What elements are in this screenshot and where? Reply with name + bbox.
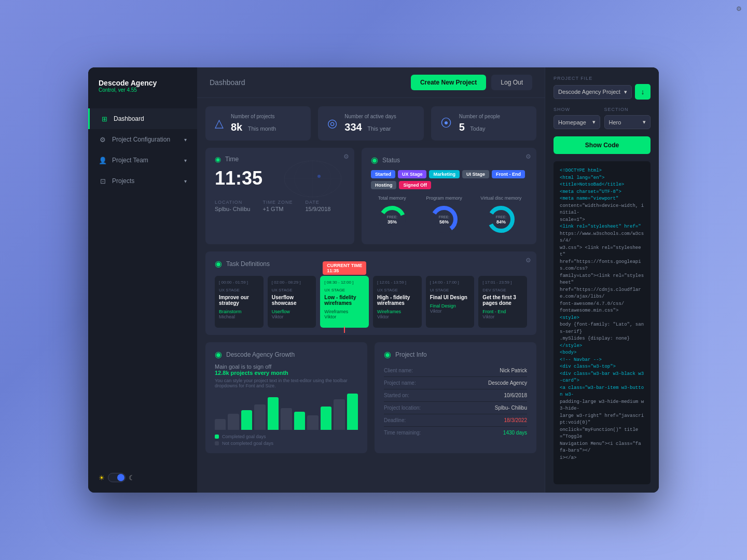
tag-ui-stage[interactable]: UI Stage: [462, 170, 489, 178]
info-row: Client name:Nick Patrick: [384, 365, 527, 377]
legend-dot-completed: [215, 435, 219, 439]
donut-program: FREE: 56%: [428, 204, 460, 235]
stat-card-days: ◎ Number of active days 334 This year: [318, 106, 423, 141]
logout-button[interactable]: Log Out: [491, 75, 532, 90]
info-row: Started on:10/6/2018: [384, 389, 527, 402]
sidebar-item-project-config[interactable]: ⚙ Project Configuration ▾: [88, 129, 197, 150]
app-subtitle: Control, ver 4.55: [99, 87, 187, 93]
task-item-0: [ 00:00 - 01:59 ] UX STAGE Improve our s…: [215, 276, 264, 328]
dropdown-chevron-icon: ▾: [624, 89, 627, 95]
theme-toggle[interactable]: ☀ ☾: [99, 473, 135, 482]
svg-text:FREE:: FREE:: [386, 215, 397, 219]
chart-bar: [241, 410, 252, 430]
sidebar-nav: ⊞ Dashboard ⚙ Project Configuration ▾ 👤 …: [88, 108, 197, 463]
task-item-2-active: CURRENT TIME11:35 [ 08:30 - 12:00 ] UX S…: [320, 276, 369, 328]
theme-toggle-track[interactable]: [108, 473, 126, 482]
chart-legend: Completed goal days Not completed goal d…: [215, 434, 358, 446]
project-info-card: ⚙ ◉ Project Info Client name:Nick Patric…: [375, 342, 536, 453]
task-item-3: [ 12:01 - 13:59 ] UX STAGE High - fideli…: [373, 276, 422, 328]
tag-frontend[interactable]: Front - End: [492, 170, 525, 178]
project-file-label: PROJECT FILE: [554, 76, 651, 81]
time-gear-icon[interactable]: ⚙: [343, 153, 349, 160]
sidebar-label-dashboard: Dashboard: [114, 115, 144, 122]
sidebar-label-config: Project Configuration: [112, 136, 170, 143]
dashboard-icon: ⊞: [100, 115, 108, 123]
tag-signed-off[interactable]: Signed Off: [399, 181, 431, 189]
growth-card: ⚙ ◉ Descode Agency Growth Main goal is t…: [205, 342, 367, 453]
project-file-dropdown[interactable]: Descode Agency Project ▾: [554, 85, 632, 99]
growth-subtitle: Main goal is to sign off 12.8k projects …: [215, 363, 358, 376]
stat-people-label: Number of people: [459, 114, 501, 119]
growth-desc: You can style your project text in the t…: [215, 378, 358, 388]
info-row: Deadline:18/3/2022: [384, 414, 527, 427]
moon-icon: ☾: [129, 474, 135, 482]
chevron-config-icon: ▾: [184, 137, 187, 143]
chart-bar: [281, 408, 292, 430]
show-dropdown[interactable]: Homepage ▾: [554, 115, 600, 129]
show-code-button[interactable]: Show Code: [554, 136, 651, 154]
bottom-row: ⚙ ◉ Descode Agency Growth Main goal is t…: [205, 342, 536, 453]
stat-days-icon: ◎: [327, 117, 337, 130]
task-gear-icon[interactable]: ⚙: [525, 257, 531, 264]
info-row: Time remaining:1430 days: [384, 427, 527, 439]
svg-text:FREE:: FREE:: [495, 215, 506, 219]
tag-started[interactable]: Started: [371, 170, 395, 178]
section-dropdown[interactable]: Hero ▾: [604, 115, 651, 129]
create-project-button[interactable]: Create New Project: [411, 75, 486, 90]
task-card: ⚙ ◉ Task Definitions [ 00:00 - 01:59 ] U…: [205, 251, 536, 335]
stats-row: △ Number of projects 8k This month ◎ Num…: [205, 106, 536, 141]
stat-card-people: ⦿ Number of people 5 Today: [431, 106, 536, 141]
task-item-4: [ 14:00 - 17:00 ] UI STAGE Final UI Desi…: [426, 276, 475, 328]
project-file-section: PROJECT FILE Descode Agency Project ▾ ↓: [554, 76, 651, 100]
stat-projects-period: This month: [248, 125, 276, 132]
sidebar-bottom: ☀ ☾: [88, 463, 197, 493]
tag-ux-stage[interactable]: UX Stage: [398, 170, 427, 178]
svg-text:FREE:: FREE:: [439, 215, 450, 219]
timezone-value: +1 GTM: [262, 206, 293, 212]
location-value: Splbu- Chilibu: [215, 206, 250, 212]
header-actions: Create New Project Log Out: [411, 75, 532, 90]
memory-program: Program memory FREE: 56%: [426, 195, 462, 237]
show-chevron-icon: ▾: [592, 119, 596, 125]
bar-chart: [215, 394, 358, 430]
location-label: LOCATION: [215, 200, 250, 205]
sidebar: Descode Agency Control, ver 4.55 ⊞ Dashb…: [88, 67, 197, 493]
chart-bar: [268, 397, 279, 430]
status-tags: Started UX Stage Marketing UI Stage Fron…: [371, 170, 527, 189]
tag-hosting[interactable]: Hosting: [371, 181, 397, 189]
sidebar-item-project-team[interactable]: 👤 Project Team ▾: [88, 150, 197, 171]
svg-text:35%: 35%: [388, 219, 397, 225]
header-title: Dashboard: [210, 78, 245, 87]
stat-people-value: 5: [459, 121, 465, 133]
growth-highlight: 12.8k projects every month: [215, 370, 288, 376]
growth-dot-icon: ◉: [215, 349, 222, 359]
svg-point-4: [317, 175, 321, 178]
sidebar-item-projects[interactable]: ⊡ Projects ▾: [88, 171, 197, 191]
dashboard-body: △ Number of projects 8k This month ◎ Num…: [197, 98, 545, 493]
show-section-row: SHOW Homepage ▾ SECTION Hero ▾: [554, 107, 651, 129]
memory-virtual: Virtual disc memory FREE: 84%: [480, 195, 521, 237]
info-row: Project name:Descode Agency: [384, 377, 527, 389]
team-icon: 👤: [99, 156, 107, 164]
task-item-1: [ 02:00 - 08:29 ] UX STAGE Userflow show…: [268, 276, 316, 328]
time-card: ⚙ ◉ Time 11:35: [205, 148, 354, 244]
section-chevron-icon: ▾: [643, 119, 646, 125]
donut-virtual: FREE: 84%: [486, 204, 517, 235]
task-item-5: [ 17:01 - 23:59 ] DEV STAGE Get the firs…: [478, 276, 527, 328]
right-panel: PROJECT FILE Descode Agency Project ▾ ↓ …: [545, 67, 659, 493]
download-button[interactable]: ↓: [635, 84, 651, 100]
stat-projects-value: 8k: [231, 121, 242, 133]
time-dot-icon: ◉: [215, 155, 221, 163]
sidebar-logo: Descode Agency Control, ver 4.55: [88, 67, 197, 98]
memory-total: Total memory FREE: 35%: [377, 195, 408, 237]
stat-people-period: Today: [470, 125, 485, 132]
sidebar-item-dashboard[interactable]: ⊞ Dashboard: [88, 108, 197, 129]
status-gear-icon[interactable]: ⚙: [525, 153, 531, 160]
status-card: ⚙ ◉ Status Started UX Stage Marketing UI…: [362, 148, 536, 244]
middle-row: ⚙ ◉ Time 11:35: [205, 148, 536, 244]
status-card-label: Status: [382, 157, 400, 164]
tag-marketing[interactable]: Marketing: [429, 170, 460, 178]
time-card-label: Time: [225, 156, 239, 163]
stat-days-period: This year: [367, 125, 391, 132]
donut-total: FREE: 35%: [377, 204, 408, 235]
